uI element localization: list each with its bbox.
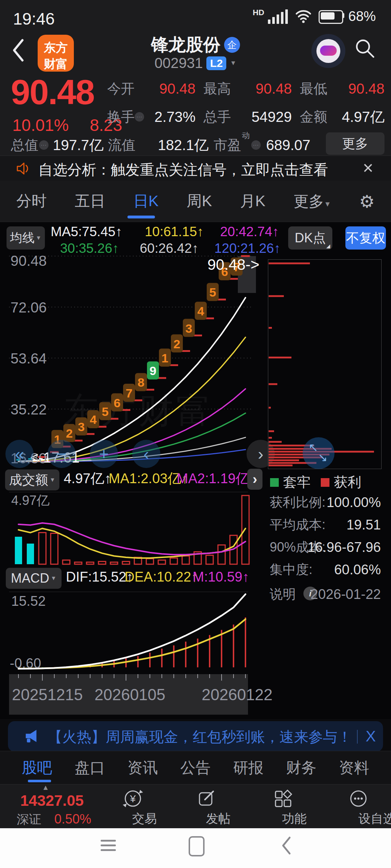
collapse-icon[interactable]: ▲ — [42, 783, 49, 792]
svg-text:5: 5 — [209, 285, 216, 299]
macd-m: M:10.59↑ — [193, 569, 249, 585]
chip-date: 2026-01-22 — [290, 587, 381, 603]
open-label: 今开 — [107, 81, 135, 97]
index-name[interactable]: 深证 — [17, 812, 41, 826]
promo-banner[interactable]: 【火热】周周赢现金，红包秒到账，速来参与！ X — [8, 721, 383, 752]
ma5-value: MA5:75.45↑ — [51, 224, 122, 240]
svg-text:7: 7 — [126, 386, 133, 400]
nav-home-icon[interactable] — [189, 836, 205, 856]
plus-button[interactable]: + — [90, 440, 118, 468]
chevron-down-icon: ▼ — [324, 200, 331, 208]
battery-icon — [319, 10, 343, 24]
chip-distribution-panel[interactable] — [268, 259, 382, 469]
macd-dif: DIF:15.52↑ — [66, 569, 133, 585]
stock-detail-screen: 19:46 HD 68% 东方 财富 锋龙股份 企 002931 L2 ▼ — [0, 0, 391, 868]
chevron-down-icon: ▼ — [36, 235, 42, 241]
svg-text:6: 6 — [114, 396, 121, 410]
tab-5day[interactable]: 五日 — [75, 192, 105, 210]
notice-close-icon[interactable]: × — [363, 158, 373, 179]
tab-guba[interactable]: 股吧 — [22, 758, 52, 778]
assistant-robot-avatar[interactable] — [311, 34, 345, 68]
clock: 19:46 — [13, 9, 55, 29]
ma-selector-button[interactable]: 均线▼ — [7, 226, 45, 250]
svg-text:3: 3 — [185, 322, 192, 335]
period-tab-bar: 分时 五日 日K 周K 月K 更多▼ ⚙ — [0, 181, 391, 222]
zoom-out-button[interactable]: « — [5, 440, 34, 468]
fcap-label: 流值 — [108, 137, 135, 153]
banner-text[interactable]: 【火热】周周赢现金，红包秒到账，速来参与！ — [48, 728, 352, 745]
indicator-expand-button[interactable]: › — [247, 469, 262, 490]
tab-research[interactable]: 研报 — [233, 758, 264, 778]
legend-profit: 获利 — [334, 475, 361, 490]
kline-chart[interactable]: 东方财富 1234567891234567 90.48 72.06 53.64 … — [9, 253, 257, 467]
mcap-value: 197.7亿 — [53, 137, 104, 153]
watchlist-icon[interactable] — [347, 787, 370, 810]
macd-dea: DEA:10.22↑ — [125, 569, 198, 585]
search-icon[interactable] — [354, 38, 376, 59]
banner-close-icon[interactable]: X — [366, 728, 376, 745]
index-change[interactable]: 0.50% — [54, 812, 91, 826]
tab-monthly-k[interactable]: 月K — [240, 192, 265, 210]
dk-point-button[interactable]: DK点 ◢ — [288, 226, 332, 250]
macd-y-bottom: -0.60 — [10, 656, 41, 672]
expand-button[interactable]: ↖ ↘ — [303, 437, 335, 469]
high-label: 最高 — [203, 81, 231, 97]
nav-menu-icon[interactable] — [101, 840, 116, 851]
tab-weekly-k[interactable]: 周K — [187, 192, 212, 210]
volume-chart[interactable]: 4.97亿 — [9, 492, 248, 565]
tab-more[interactable]: 更多▼ — [294, 191, 331, 212]
trade-icon[interactable]: ¥ — [121, 787, 144, 810]
tab-pankou[interactable]: 盘口 — [75, 758, 105, 778]
section-tab-bar: 股吧 盘口 资讯 公告 研报 财务 资料 — [0, 751, 391, 784]
tab-announcements[interactable]: 公告 — [180, 758, 211, 778]
post-icon[interactable] — [195, 787, 218, 810]
battery-nub — [342, 13, 344, 18]
gear-icon[interactable]: ⚙ — [359, 191, 375, 212]
amount-value: 4.97亿 — [332, 109, 384, 125]
turnover-label: 换手 — [107, 109, 135, 125]
active-tab-underline — [127, 216, 155, 218]
adjust-mode-button[interactable]: 不复权 — [345, 226, 386, 250]
l2-badge[interactable]: L2 — [206, 56, 226, 70]
speaker-icon — [15, 161, 31, 176]
y-label: 35.22 — [10, 401, 47, 418]
volume-selector-button[interactable]: 成交额▼ — [5, 469, 59, 490]
tab-minute[interactable]: 分时 — [16, 192, 47, 210]
svg-text:4: 4 — [197, 304, 204, 318]
tab-news[interactable]: 资讯 — [127, 758, 158, 778]
info-icon[interactable]: ··· — [39, 140, 49, 150]
more-button[interactable]: 更多 — [326, 132, 384, 155]
x-label: 20260122 — [202, 686, 273, 704]
stat-value: 60.06% — [290, 562, 381, 578]
x-axis: 20251215 20260105 20260122 — [9, 674, 248, 715]
svg-text:1: 1 — [161, 351, 168, 365]
svg-text:4: 4 — [90, 413, 97, 426]
x-label: 20260105 — [94, 686, 165, 704]
nav-back-icon[interactable] — [281, 836, 292, 855]
features-icon[interactable] — [271, 787, 294, 810]
index-value[interactable]: 14327.05 — [20, 792, 84, 809]
enterprise-badge[interactable]: 企 — [224, 37, 240, 53]
tab-financials[interactable]: 财务 — [286, 758, 316, 778]
chevron-down-icon[interactable]: ▼ — [230, 59, 236, 67]
info-icon[interactable]: ··· — [251, 140, 261, 150]
macd-y-top: 15.52 — [11, 593, 46, 609]
tab-daily-k[interactable]: 日K — [133, 192, 159, 210]
trade-label[interactable]: 交易 — [132, 812, 157, 825]
notice-text[interactable]: 自选分析：触发重点关注信号，立即点击查看 — [38, 161, 328, 178]
post-label[interactable]: 发帖 — [206, 812, 231, 825]
hd-icon: HD — [253, 8, 264, 17]
ma20-value: 20:42.74↑ — [220, 224, 279, 240]
pan-left-button[interactable]: ‹ — [132, 440, 160, 468]
features-label[interactable]: 功能 — [282, 812, 307, 825]
watchlist-label[interactable]: 设自选 — [358, 812, 391, 825]
turnover-value: 2.73% — [141, 109, 196, 125]
x-label: 20251215 — [12, 686, 83, 704]
macd-chart[interactable]: 15.52 -0.60 — [9, 592, 248, 674]
fcap-value: 182.1亿 — [158, 137, 209, 153]
svg-text:5: 5 — [102, 405, 109, 418]
tab-profile[interactable]: 资料 — [339, 758, 369, 778]
expand-se-icon: ↘ — [318, 451, 328, 464]
macd-selector-button[interactable]: MACD▼ — [6, 568, 62, 589]
minus-button[interactable]: − — [47, 440, 76, 468]
